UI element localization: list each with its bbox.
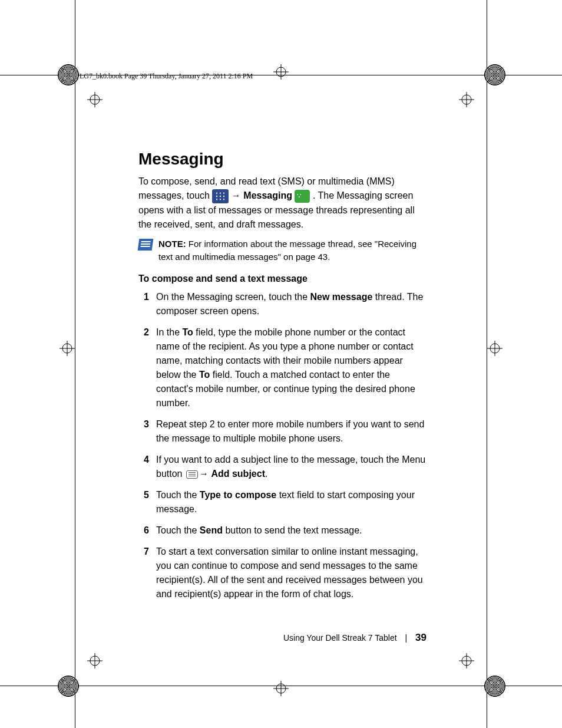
arrow-icon: → <box>232 190 243 200</box>
note-block: NOTE: For information about the message … <box>138 238 427 263</box>
apps-grid-icon <box>212 189 229 203</box>
page-footer: Using Your Dell Streak 7 Tablet | 39 <box>283 632 427 644</box>
subheading: To compose and send a text message <box>138 274 427 284</box>
step-number: 6 <box>138 523 149 538</box>
step-bold: Add subject <box>211 469 265 479</box>
corner-disc-icon <box>58 676 79 697</box>
corner-disc-icon <box>58 64 79 85</box>
step-item: 7To start a text conversation similar to… <box>138 545 427 601</box>
step-body: On the Messaging screen, touch the New m… <box>156 290 427 318</box>
step-body: Repeat step 2 to enter more mobile numbe… <box>156 417 427 446</box>
step-item: 3Repeat step 2 to enter more mobile numb… <box>138 417 427 446</box>
registration-mark-icon <box>273 64 289 80</box>
step-text: On the Messaging screen, touch the <box>156 292 310 302</box>
step-text: To start a text conversation similar to … <box>156 546 423 599</box>
corner-disc-icon <box>484 64 505 85</box>
corner-disc-icon <box>484 676 505 697</box>
page: LG7_bk0.book Page 39 Thursday, January 2… <box>0 0 562 728</box>
note-body: For information about the message thread… <box>158 239 416 262</box>
note-text: NOTE: For information about the message … <box>158 238 427 263</box>
step-item: 1On the Messaging screen, touch the New … <box>138 290 427 318</box>
registration-mark-icon <box>273 681 289 696</box>
step-bold: Send <box>200 525 223 535</box>
menu-button-icon <box>186 470 198 479</box>
step-body: In the To field, type the mobile phone n… <box>156 325 427 410</box>
step-text: → <box>199 469 211 479</box>
note-label: NOTE: <box>158 239 186 249</box>
step-item: 4If you want to add a subject line to th… <box>138 453 427 481</box>
messaging-label: Messaging <box>243 190 292 200</box>
step-item: 6Touch the Send button to send the text … <box>138 523 427 538</box>
note-icon <box>138 239 154 251</box>
step-item: 5Touch the Type to compose text field to… <box>138 488 427 516</box>
step-number: 7 <box>138 545 149 601</box>
step-text: Touch the <box>156 490 200 500</box>
step-body: Touch the Send button to send the text m… <box>156 523 427 538</box>
registration-mark-icon <box>87 653 103 668</box>
step-bold: To <box>199 370 210 380</box>
intro-paragraph: To compose, send, and read text (SMS) or… <box>138 174 427 232</box>
step-text: . <box>265 469 267 479</box>
step-body: If you want to add a subject line to the… <box>156 453 427 481</box>
content-area: Messaging To compose, send, and read tex… <box>138 150 427 608</box>
page-title: Messaging <box>138 150 427 169</box>
step-bold: To <box>182 327 193 337</box>
step-body: To start a text conversation similar to … <box>156 545 427 601</box>
step-number: 4 <box>138 453 149 481</box>
step-item: 2In the To field, type the mobile phone … <box>138 325 427 410</box>
footer-separator: | <box>405 633 408 643</box>
registration-mark-icon <box>459 92 474 107</box>
step-text: button to send the text message. <box>223 525 362 535</box>
page-number: 39 <box>415 632 427 643</box>
registration-mark-icon <box>87 92 103 107</box>
registration-mark-icon <box>459 653 474 668</box>
steps-list: 1On the Messaging screen, touch the New … <box>138 290 427 601</box>
step-number: 1 <box>138 290 149 318</box>
footer-book: Using Your Dell Streak 7 Tablet <box>283 633 397 643</box>
step-number: 3 <box>138 417 149 446</box>
step-number: 5 <box>138 488 149 516</box>
messaging-bubble-icon: ∵ <box>295 190 310 203</box>
registration-mark-icon <box>59 341 75 356</box>
print-header: LG7_bk0.book Page 39 Thursday, January 2… <box>80 72 253 81</box>
step-text: In the <box>156 327 182 337</box>
trim-line-left <box>75 0 75 728</box>
trim-line-right <box>487 0 487 728</box>
step-number: 2 <box>138 325 149 410</box>
step-bold: New message <box>310 292 372 302</box>
step-text: Repeat step 2 to enter more mobile numbe… <box>156 419 424 443</box>
step-text: Touch the <box>156 525 200 535</box>
step-bold: Type to compose <box>200 490 276 500</box>
registration-mark-icon <box>487 341 503 356</box>
step-body: Touch the Type to compose text field to … <box>156 488 427 516</box>
